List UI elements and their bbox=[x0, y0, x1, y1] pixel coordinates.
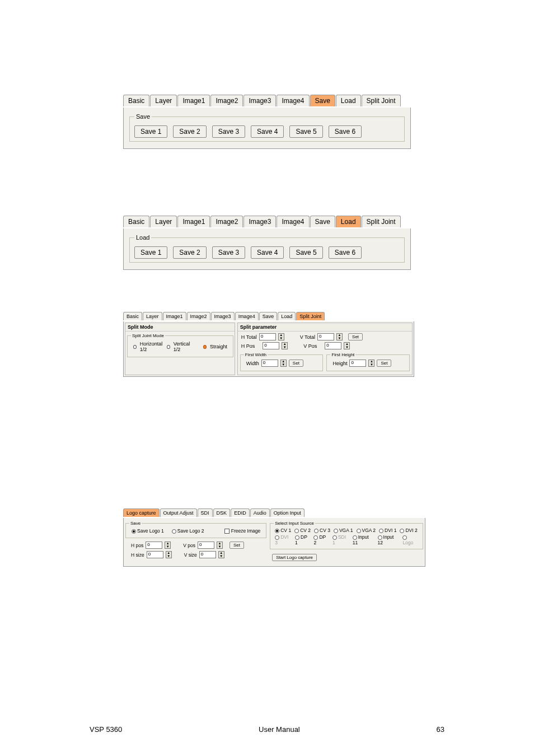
tab-splitjoint[interactable]: Split Joint bbox=[296, 312, 325, 320]
load-1-button[interactable]: Save 1 bbox=[134, 246, 167, 259]
radio-dvi1[interactable] bbox=[379, 529, 383, 533]
save-6-button[interactable]: Save 6 bbox=[329, 125, 362, 138]
load-2-button[interactable]: Save 2 bbox=[173, 246, 206, 259]
logo-hsize-spinner-icon[interactable]: ▲▼ bbox=[166, 551, 172, 558]
radio-straight-icon[interactable] bbox=[203, 345, 207, 349]
tab-logo-capture[interactable]: Logo capture bbox=[123, 508, 160, 517]
tab-basic[interactable]: Basic bbox=[123, 216, 149, 227]
tab-image3[interactable]: Image3 bbox=[243, 216, 276, 227]
radio-dp2[interactable] bbox=[313, 535, 318, 540]
hpos-input[interactable]: 0 bbox=[263, 342, 279, 349]
radio-vga2[interactable] bbox=[357, 529, 361, 533]
load-4-button[interactable]: Save 4 bbox=[251, 246, 284, 259]
logo-hsize-input[interactable]: 0 bbox=[147, 551, 163, 558]
save-fieldset: Save Save 1 Save 2 Save 3 Save 4 Save 5 … bbox=[129, 113, 405, 142]
save-1-button[interactable]: Save 1 bbox=[134, 125, 167, 138]
radio-straight-label: Straight bbox=[210, 344, 227, 349]
tab-option-input[interactable]: Option Input bbox=[270, 508, 305, 517]
width-input[interactable]: 0 bbox=[261, 360, 278, 367]
vpos-spinner-icon[interactable]: ▲▼ bbox=[344, 342, 350, 349]
width-set-button[interactable]: Set bbox=[289, 360, 303, 367]
logo-set-button[interactable]: Set bbox=[229, 542, 244, 549]
logo-vpos-input[interactable]: 0 bbox=[198, 542, 214, 549]
footer-center: User Manual bbox=[259, 725, 300, 734]
tab-image2[interactable]: Image2 bbox=[210, 95, 243, 106]
tab-image4[interactable]: Image4 bbox=[277, 95, 309, 106]
tab-basic[interactable]: Basic bbox=[123, 312, 142, 320]
radio-dvi2[interactable] bbox=[400, 529, 404, 533]
vtotal-input[interactable]: 0 bbox=[317, 333, 334, 340]
logo-vpos-label: V pos bbox=[183, 543, 195, 548]
split-mode-header: Split Mode bbox=[125, 323, 235, 332]
tab-audio[interactable]: Audio bbox=[250, 508, 270, 517]
load-6-button[interactable]: Save 6 bbox=[329, 246, 362, 259]
tab-layer[interactable]: Layer bbox=[143, 312, 162, 320]
tab-image2[interactable]: Image2 bbox=[210, 216, 243, 227]
logo-hpos-spinner-icon[interactable]: ▲▼ bbox=[165, 542, 171, 549]
tab-image1[interactable]: Image1 bbox=[177, 216, 210, 227]
tab-image3[interactable]: Image3 bbox=[243, 95, 276, 106]
tab-image4[interactable]: Image4 bbox=[277, 216, 309, 227]
tab-image3[interactable]: Image3 bbox=[211, 312, 235, 320]
width-spinner-icon[interactable]: ▲▼ bbox=[280, 360, 287, 367]
hpos-spinner-icon[interactable]: ▲▼ bbox=[282, 342, 288, 349]
radio-vertical-icon[interactable] bbox=[167, 345, 170, 349]
dvi1-label: DVI 1 bbox=[385, 528, 396, 533]
height-set-button[interactable]: Set bbox=[377, 360, 391, 367]
logo-vpos-spinner-icon[interactable]: ▲▼ bbox=[217, 542, 223, 549]
tab-image1[interactable]: Image1 bbox=[163, 312, 186, 320]
radio-input11[interactable] bbox=[353, 535, 357, 540]
radio-vertical-label: Vertical 1/2 bbox=[174, 341, 193, 352]
tab-sdi[interactable]: SDI bbox=[198, 508, 213, 517]
logo-hpos-input[interactable]: 0 bbox=[146, 542, 162, 549]
radio-dp1[interactable] bbox=[295, 535, 299, 540]
tab-load[interactable]: Load bbox=[336, 216, 361, 227]
radio-input12[interactable] bbox=[378, 535, 382, 540]
width-label: Width bbox=[246, 361, 259, 366]
tab-save[interactable]: Save bbox=[310, 95, 335, 106]
logo-vsize-input[interactable]: 0 bbox=[199, 551, 216, 558]
save-3-button[interactable]: Save 3 bbox=[212, 125, 245, 138]
htotal-spinner-icon[interactable]: ▲▼ bbox=[278, 333, 284, 340]
load-5-button[interactable]: Save 5 bbox=[289, 246, 322, 259]
radio-horizontal-icon[interactable] bbox=[133, 345, 137, 349]
radio-cv1[interactable] bbox=[275, 529, 279, 533]
radio-cv2[interactable] bbox=[294, 529, 299, 533]
vtotal-spinner-icon[interactable]: ▲▼ bbox=[336, 333, 343, 340]
tab-layer[interactable]: Layer bbox=[150, 95, 177, 106]
radio-cv3[interactable] bbox=[314, 529, 318, 533]
hpos-label: H Pos bbox=[241, 343, 255, 349]
logo-vsize-spinner-icon[interactable]: ▲▼ bbox=[218, 551, 224, 558]
freeze-checkbox[interactable] bbox=[224, 529, 229, 534]
tab-load[interactable]: Load bbox=[336, 95, 361, 106]
tab-splitjoint[interactable]: Split Joint bbox=[362, 95, 401, 106]
tab-edid[interactable]: EDID bbox=[231, 508, 250, 517]
save-logo1-label: Save Logo 1 bbox=[137, 528, 164, 534]
tab-dsk[interactable]: DSK bbox=[213, 508, 231, 517]
radio-save-logo2[interactable] bbox=[172, 529, 176, 534]
load-3-button[interactable]: Save 3 bbox=[212, 246, 245, 259]
height-input[interactable]: 0 bbox=[349, 360, 366, 367]
tab-basic[interactable]: Basic bbox=[123, 95, 149, 106]
save-4-button[interactable]: Save 4 bbox=[251, 125, 284, 138]
tab-image1[interactable]: Image1 bbox=[177, 95, 210, 106]
tab-save[interactable]: Save bbox=[310, 216, 335, 227]
vpos-input[interactable]: 0 bbox=[325, 342, 341, 349]
tab-layer[interactable]: Layer bbox=[150, 216, 177, 227]
tab-load[interactable]: Load bbox=[278, 312, 296, 320]
radio-save-logo1[interactable] bbox=[132, 529, 136, 534]
save-2-button[interactable]: Save 2 bbox=[173, 125, 206, 138]
footer-left: VSP 5360 bbox=[90, 725, 122, 734]
tab-splitjoint[interactable]: Split Joint bbox=[362, 216, 401, 227]
start-logo-capture-button[interactable]: Start Logo capture bbox=[272, 554, 317, 561]
split-set-button[interactable]: Set bbox=[348, 333, 363, 340]
height-spinner-icon[interactable]: ▲▼ bbox=[368, 360, 374, 367]
htotal-input[interactable]: 0 bbox=[259, 333, 276, 340]
tab-image2[interactable]: Image2 bbox=[187, 312, 210, 320]
cv1-label: CV 1 bbox=[280, 528, 291, 533]
tab-save[interactable]: Save bbox=[259, 312, 278, 320]
tab-output-adjust[interactable]: Output Adjust bbox=[160, 508, 197, 517]
save-5-button[interactable]: Save 5 bbox=[289, 125, 322, 138]
radio-vga1[interactable] bbox=[334, 529, 338, 533]
tab-image4[interactable]: Image4 bbox=[235, 312, 259, 320]
